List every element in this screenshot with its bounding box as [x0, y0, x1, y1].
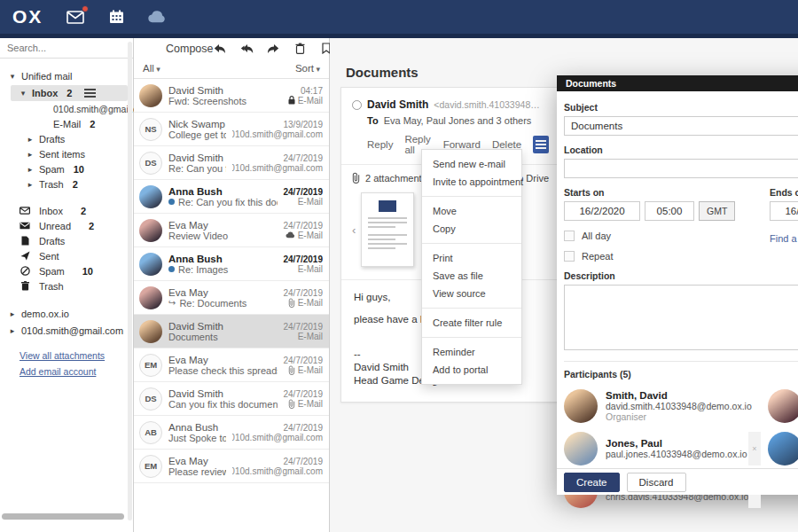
folder-email[interactable]: E-Mail 2: [0, 117, 133, 132]
list-item[interactable]: Eva May Review Video 24/7/2019 E-Mail: [134, 214, 329, 247]
list-item[interactable]: David Smith Fwd: Screenshots 04:17 E-Mai…: [134, 79, 329, 113]
view-trash[interactable]: Trash: [0, 278, 133, 293]
horizontal-scrollbar[interactable]: [2, 513, 124, 520]
location-field[interactable]: [564, 159, 798, 178]
folder-drafts[interactable]: ▸ Drafts: [0, 132, 133, 147]
caret-right-icon[interactable]: ▸: [25, 132, 35, 147]
list-item[interactable]: DS David Smith Can you fix this document…: [134, 382, 329, 416]
view-all-attachments-link[interactable]: View all attachments: [20, 350, 133, 361]
participant-row: [768, 427, 798, 470]
caret-right-icon[interactable]: ▸: [7, 309, 18, 318]
unread-dot-icon: [168, 199, 175, 205]
start-time-field[interactable]: [645, 201, 694, 221]
attachment-thumbnail[interactable]: [361, 192, 414, 267]
more-actions-button[interactable]: [533, 136, 549, 153]
subject-field[interactable]: [564, 116, 798, 136]
more-actions-menu: Send new e-mail Invite to appointment Mo…: [421, 149, 522, 385]
folder-tag: 010d.smith@gmail.com: [232, 163, 323, 173]
folder-unified-mail[interactable]: ▾ Unified mail: [0, 69, 133, 84]
repeat-checkbox[interactable]: [564, 251, 575, 262]
caret-right-icon[interactable]: ▸: [7, 326, 18, 335]
unread-count: 10: [74, 162, 84, 177]
discard-button[interactable]: Discard: [627, 473, 686, 492]
date: 24/7/2019: [232, 457, 323, 466]
list-item[interactable]: Eva May ↪Re: Documents 24/7/2019 E-Mail: [134, 281, 329, 315]
folder-tag: E-Mail: [298, 298, 323, 308]
sidebar-scrollbar-track[interactable]: [128, 42, 132, 520]
find-free-time-link[interactable]: Find a free time: [770, 233, 798, 244]
date: 24/7/2019: [284, 389, 324, 399]
search-input[interactable]: [7, 43, 133, 53]
list-item[interactable]: EM Eva May Please review this...! 24/7/2…: [134, 450, 329, 483]
drive-app-icon[interactable]: [147, 9, 167, 25]
dialog-title[interactable]: Documents: [557, 75, 798, 91]
reply-button[interactable]: Reply: [367, 139, 393, 150]
folder-gmail-account[interactable]: 010d.smith@gmail.com: [0, 102, 133, 117]
menu-item-print[interactable]: Print: [422, 249, 521, 267]
timezone-button[interactable]: GMT: [699, 201, 735, 221]
menu-item-reminder[interactable]: Reminder: [422, 343, 521, 361]
folder-spam[interactable]: ▸ Spam 10: [0, 162, 133, 177]
carousel-prev-icon[interactable]: ‹: [352, 223, 356, 237]
all-day-checkbox[interactable]: [564, 231, 575, 241]
view-drafts[interactable]: Drafts: [0, 233, 133, 248]
list-item-selected[interactable]: David Smith Documents 24/7/2019 E-Mail: [134, 315, 329, 348]
list-item[interactable]: DS David Smith Re: Can you fix this ... …: [134, 146, 329, 180]
menu-item-invite-to-appointment[interactable]: Invite to appointment: [422, 173, 521, 191]
menu-item-move[interactable]: Move: [422, 202, 521, 220]
calendar-app-icon[interactable]: [106, 9, 126, 25]
caret-down-icon[interactable]: ▾: [7, 69, 18, 84]
folder-sent-items[interactable]: ▸ Sent items: [0, 147, 133, 162]
folder-tag: E-Mail: [298, 197, 323, 207]
avatar: [139, 320, 162, 343]
contact-ring-icon: [352, 100, 362, 110]
folder-trash[interactable]: ▸ Trash 2: [0, 177, 133, 192]
caret-right-icon[interactable]: ▸: [25, 147, 35, 162]
list-item[interactable]: Anna Bush Re: Can you fix this document?…: [134, 180, 329, 214]
date: 24/7/2019: [284, 356, 324, 365]
forward-icon[interactable]: [267, 43, 280, 54]
list-item[interactable]: Anna Bush Re: Images 24/7/2019 E-Mail: [134, 247, 329, 281]
participant-avatar: [768, 389, 798, 423]
caret-right-icon[interactable]: ▸: [25, 177, 35, 192]
sender: Nick Swamp: [168, 119, 226, 129]
remove-participant-button[interactable]: ×: [748, 432, 761, 466]
view-sent[interactable]: Sent: [0, 248, 133, 263]
end-date-field[interactable]: [770, 201, 798, 221]
menu-item-create-filter-rule[interactable]: Create filter rule: [422, 314, 521, 332]
compose-button[interactable]: Compose: [166, 43, 214, 55]
view-spam[interactable]: Spam 10: [0, 263, 133, 278]
cloud-icon: [286, 231, 295, 239]
menu-divider: [422, 243, 521, 244]
delete-icon[interactable]: [293, 43, 307, 54]
account-gmail[interactable]: ▸ 010d.smith@gmail.com: [0, 323, 133, 338]
view-unread[interactable]: Unread 2: [0, 218, 133, 233]
from-email: <david.smith.41033948@demo.ox.io>: [434, 99, 549, 110]
menu-item-send-new-email[interactable]: Send new e-mail: [422, 155, 521, 173]
reply-icon[interactable]: [214, 43, 227, 54]
add-email-account-link[interactable]: Add email account: [20, 366, 133, 377]
view-inbox[interactable]: Inbox 2: [0, 203, 133, 218]
menu-item-copy[interactable]: Copy: [422, 220, 521, 238]
list-item[interactable]: AB Anna Bush Just Spoke to Eva 24/7/2019…: [134, 416, 329, 450]
start-date-field[interactable]: [564, 201, 640, 221]
list-item[interactable]: NS Nick Swamp College get together 13/9/…: [134, 113, 329, 146]
filter-dropdown[interactable]: All: [143, 63, 160, 74]
mail-app-icon[interactable]: [66, 9, 85, 25]
list-item[interactable]: EM Eva May Please check this spreadsheet…: [134, 348, 329, 382]
description-label: Description: [564, 270, 798, 281]
account-demo-ox[interactable]: ▸ demo.ox.io: [0, 306, 133, 321]
subject-label: Subject: [564, 102, 798, 113]
paperclip-icon: [288, 365, 295, 375]
sort-dropdown[interactable]: Sort: [295, 63, 320, 74]
reply-all-icon[interactable]: [240, 43, 254, 54]
caret-right-icon[interactable]: ▸: [25, 162, 35, 177]
menu-item-add-to-portal[interactable]: Add to portal: [422, 361, 521, 379]
caret-down-icon[interactable]: ▾: [18, 86, 28, 101]
folder-inbox-selected[interactable]: ▾ Inbox 2: [11, 85, 128, 101]
description-field[interactable]: [564, 285, 798, 350]
folder-options-icon[interactable]: [84, 92, 96, 94]
menu-item-view-source[interactable]: View source: [422, 285, 521, 302]
create-button[interactable]: Create: [564, 473, 620, 492]
menu-item-save-as-file[interactable]: Save as file: [422, 267, 521, 285]
